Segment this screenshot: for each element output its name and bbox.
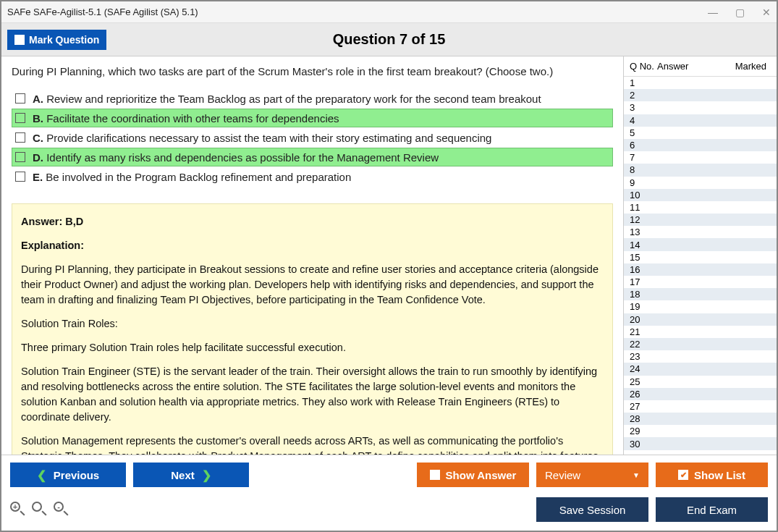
list-row[interactable]: 9 <box>624 177 777 189</box>
explanation-para: Solution Train Roles: <box>21 316 604 332</box>
list-row[interactable]: 6 <box>624 139 777 151</box>
mark-question-label: Mark Question <box>29 34 99 46</box>
chevron-left-icon: ❮ <box>37 468 46 482</box>
col-marked: Marked <box>708 61 774 72</box>
checkbox-icon[interactable] <box>15 172 25 182</box>
answer-label: Answer: B,D <box>21 216 83 227</box>
question-scroll[interactable]: During PI Planning, which two tasks are … <box>1 56 623 455</box>
list-row[interactable]: 1 <box>624 77 777 89</box>
save-session-label: Save Session <box>559 504 626 516</box>
list-body[interactable]: 1234567891011121314151617181920212223242… <box>624 77 777 455</box>
list-row[interactable]: 24 <box>624 363 777 375</box>
review-dropdown[interactable]: Review ▼ <box>536 463 648 487</box>
checkbox-checked-icon: ✔ <box>678 470 688 480</box>
minimize-icon[interactable]: — <box>708 7 718 18</box>
list-row[interactable]: 13 <box>624 226 777 238</box>
save-session-button[interactable]: Save Session <box>536 497 648 522</box>
list-row[interactable]: 17 <box>624 276 777 288</box>
list-row[interactable]: 27 <box>624 400 777 413</box>
list-row[interactable]: 19 <box>624 300 777 313</box>
list-row[interactable]: 11 <box>624 201 777 214</box>
show-answer-button[interactable]: Show Answer <box>417 463 529 487</box>
checkbox-icon <box>430 470 440 480</box>
zoom-in-icon[interactable]: + <box>10 502 26 518</box>
footer-bar: ❮ Previous Next ❯ Show Answer Review ▼ ✔… <box>1 455 777 527</box>
zoom-reset-icon[interactable] <box>32 502 48 518</box>
list-row[interactable]: 3 <box>624 101 777 114</box>
footer-row2: + - Save Session End Exam <box>10 497 768 522</box>
list-row[interactable]: 20 <box>624 313 777 326</box>
list-row[interactable]: 15 <box>624 251 777 263</box>
close-icon[interactable]: ✕ <box>762 7 771 18</box>
checkbox-icon[interactable] <box>15 93 25 104</box>
answer-option[interactable]: D. Identify as many risks and dependenci… <box>12 148 613 166</box>
list-row[interactable]: 8 <box>624 164 777 176</box>
checkbox-icon[interactable] <box>15 132 25 143</box>
question-counter: Question 7 of 15 <box>333 31 446 48</box>
maximize-icon[interactable]: ▢ <box>735 7 745 18</box>
explanation-para: During PI Planning, they participate in … <box>21 262 604 308</box>
question-panel: During PI Planning, which two tasks are … <box>1 56 623 455</box>
end-exam-button[interactable]: End Exam <box>656 497 768 522</box>
previous-label: Previous <box>54 469 99 481</box>
question-list-panel: Q No. Answer Marked 12345678910111213141… <box>623 56 777 455</box>
window-titlebar: SAFe SAFe-Agilist-5.1 (SAFe Agilist (SA)… <box>1 1 777 23</box>
answer-option[interactable]: A. Review and reprioritize the Team Back… <box>12 89 613 108</box>
answer-option[interactable]: C. Provide clarifications necessary to a… <box>12 128 613 147</box>
chevron-right-icon: ❯ <box>202 468 211 482</box>
explanation-label: Explanation: <box>21 240 84 251</box>
answer-option[interactable]: E. Be involved in the Program Backlog re… <box>12 167 613 186</box>
end-exam-label: End Exam <box>687 504 737 516</box>
main-area: During PI Planning, which two tasks are … <box>1 56 777 455</box>
list-row[interactable]: 14 <box>624 238 777 250</box>
review-label: Review <box>545 469 580 481</box>
zoom-controls: + - <box>10 502 69 518</box>
option-text: A. Review and reprioritize the Team Back… <box>33 93 541 105</box>
option-text: D. Identify as many risks and dependenci… <box>33 151 439 164</box>
chevron-down-icon: ▼ <box>633 471 640 479</box>
option-text: E. Be involved in the Program Backlog re… <box>33 171 351 183</box>
list-row[interactable]: 30 <box>624 437 777 449</box>
list-row[interactable]: 10 <box>624 189 777 201</box>
explanation-box: Answer: B,D Explanation: During PI Plann… <box>12 203 613 455</box>
answer-option[interactable]: B. Facilitate the coordination with othe… <box>12 109 613 127</box>
list-row[interactable]: 22 <box>624 338 777 350</box>
list-row[interactable]: 12 <box>624 214 777 226</box>
explanation-para: Solution Management represents the custo… <box>21 434 604 455</box>
explanation-para: Three primary Solution Train roles help … <box>21 340 604 355</box>
list-row[interactable]: 18 <box>624 288 777 300</box>
list-row[interactable]: 4 <box>624 114 777 127</box>
mark-question-button[interactable]: Mark Question <box>7 30 106 50</box>
show-answer-label: Show Answer <box>446 469 517 481</box>
col-qno: Q No. <box>627 61 657 72</box>
window-controls: — ▢ ✕ <box>708 7 771 18</box>
list-row[interactable]: 2 <box>624 89 777 101</box>
next-label: Next <box>171 469 195 481</box>
window-title: SAFe SAFe-Agilist-5.1 (SAFe Agilist (SA)… <box>7 7 198 17</box>
header-bar: Mark Question Question 7 of 15 <box>1 23 777 56</box>
option-text: C. Provide clarifications necessary to a… <box>33 132 491 144</box>
list-row[interactable]: 28 <box>624 413 777 425</box>
list-row[interactable]: 25 <box>624 376 777 388</box>
list-row[interactable]: 21 <box>624 326 777 338</box>
list-header: Q No. Answer Marked <box>624 56 777 77</box>
checkbox-icon[interactable] <box>15 152 25 162</box>
question-stem: During PI Planning, which two tasks are … <box>12 64 613 79</box>
mark-checkbox-icon <box>14 35 25 45</box>
option-text: B. Facilitate the coordination with othe… <box>33 112 339 124</box>
show-list-label: Show List <box>694 469 745 481</box>
previous-button[interactable]: ❮ Previous <box>10 463 126 487</box>
show-list-button[interactable]: ✔ Show List <box>656 463 768 487</box>
zoom-out-icon[interactable]: - <box>54 502 69 518</box>
next-button[interactable]: Next ❯ <box>133 463 249 487</box>
list-row[interactable]: 16 <box>624 263 777 276</box>
footer-row1: ❮ Previous Next ❯ Show Answer Review ▼ ✔… <box>10 463 768 487</box>
explanation-para: Solution Train Engineer (STE) is the ser… <box>21 364 604 425</box>
col-answer: Answer <box>657 61 708 72</box>
checkbox-icon[interactable] <box>15 113 25 123</box>
list-row[interactable]: 26 <box>624 388 777 400</box>
list-row[interactable]: 5 <box>624 127 777 139</box>
list-row[interactable]: 7 <box>624 151 777 164</box>
list-row[interactable]: 29 <box>624 425 777 437</box>
list-row[interactable]: 23 <box>624 350 777 363</box>
